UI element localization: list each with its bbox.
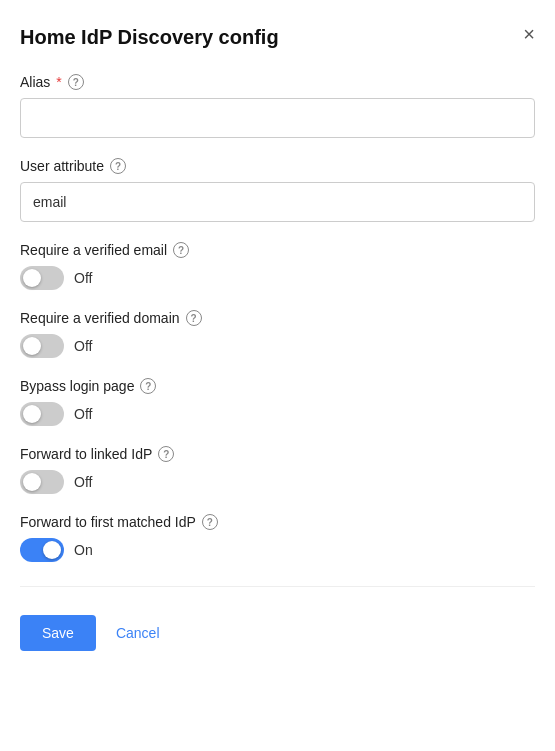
require-verified-domain-thumb xyxy=(23,337,41,355)
forward-to-first-matched-idp-toggle[interactable] xyxy=(20,538,64,562)
close-button[interactable]: × xyxy=(523,24,535,44)
require-verified-domain-row: Require a verified domain ? Off xyxy=(20,310,535,358)
forward-to-linked-idp-thumb xyxy=(23,473,41,491)
forward-to-first-matched-idp-help-icon[interactable]: ? xyxy=(202,514,218,530)
bypass-login-page-help-icon[interactable]: ? xyxy=(140,378,156,394)
forward-to-linked-idp-state: Off xyxy=(74,474,92,490)
require-verified-email-toggle[interactable] xyxy=(20,266,64,290)
modal-header: Home IdP Discovery config × xyxy=(20,24,535,50)
require-verified-email-label-row: Require a verified email ? xyxy=(20,242,535,258)
require-verified-email-label: Require a verified email xyxy=(20,242,167,258)
require-verified-domain-help-icon[interactable]: ? xyxy=(186,310,202,326)
bypass-login-page-thumb xyxy=(23,405,41,423)
require-verified-email-row: Require a verified email ? Off xyxy=(20,242,535,290)
bypass-login-page-control: Off xyxy=(20,402,535,426)
require-verified-email-thumb xyxy=(23,269,41,287)
user-attribute-field-group: User attribute ? xyxy=(20,158,535,222)
require-verified-email-state: Off xyxy=(74,270,92,286)
bypass-login-page-row: Bypass login page ? Off xyxy=(20,378,535,426)
forward-to-first-matched-idp-row: Forward to first matched IdP ? On xyxy=(20,514,535,562)
forward-to-linked-idp-help-icon[interactable]: ? xyxy=(158,446,174,462)
forward-to-linked-idp-toggle[interactable] xyxy=(20,470,64,494)
require-verified-domain-control: Off xyxy=(20,334,535,358)
alias-label-text: Alias xyxy=(20,74,50,90)
require-verified-domain-label: Require a verified domain xyxy=(20,310,180,326)
forward-to-linked-idp-label-row: Forward to linked IdP ? xyxy=(20,446,535,462)
alias-field-group: Alias * ? xyxy=(20,74,535,138)
user-attribute-label: User attribute ? xyxy=(20,158,535,174)
alias-help-icon[interactable]: ? xyxy=(68,74,84,90)
forward-to-linked-idp-row: Forward to linked IdP ? Off xyxy=(20,446,535,494)
require-verified-email-help-icon[interactable]: ? xyxy=(173,242,189,258)
cancel-button[interactable]: Cancel xyxy=(112,615,164,651)
require-verified-domain-label-row: Require a verified domain ? xyxy=(20,310,535,326)
modal-title: Home IdP Discovery config xyxy=(20,24,279,50)
forward-to-first-matched-idp-thumb xyxy=(43,541,61,559)
user-attribute-label-text: User attribute xyxy=(20,158,104,174)
bypass-login-page-toggle[interactable] xyxy=(20,402,64,426)
alias-label: Alias * ? xyxy=(20,74,535,90)
modal-container: Home IdP Discovery config × Alias * ? Us… xyxy=(0,0,555,751)
bypass-login-page-state: Off xyxy=(74,406,92,422)
bypass-login-page-label-row: Bypass login page ? xyxy=(20,378,535,394)
require-verified-domain-state: Off xyxy=(74,338,92,354)
user-attribute-input[interactable] xyxy=(20,182,535,222)
user-attribute-help-icon[interactable]: ? xyxy=(110,158,126,174)
forward-to-first-matched-idp-control: On xyxy=(20,538,535,562)
action-divider xyxy=(20,586,535,587)
forward-to-first-matched-idp-state: On xyxy=(74,542,93,558)
require-verified-email-control: Off xyxy=(20,266,535,290)
forward-to-first-matched-idp-label-row: Forward to first matched IdP ? xyxy=(20,514,535,530)
action-row: Save Cancel xyxy=(20,607,535,651)
forward-to-first-matched-idp-label: Forward to first matched IdP xyxy=(20,514,196,530)
alias-required-star: * xyxy=(56,74,61,90)
forward-to-linked-idp-control: Off xyxy=(20,470,535,494)
require-verified-domain-toggle[interactable] xyxy=(20,334,64,358)
forward-to-linked-idp-label: Forward to linked IdP xyxy=(20,446,152,462)
alias-input[interactable] xyxy=(20,98,535,138)
save-button[interactable]: Save xyxy=(20,615,96,651)
bypass-login-page-label: Bypass login page xyxy=(20,378,134,394)
